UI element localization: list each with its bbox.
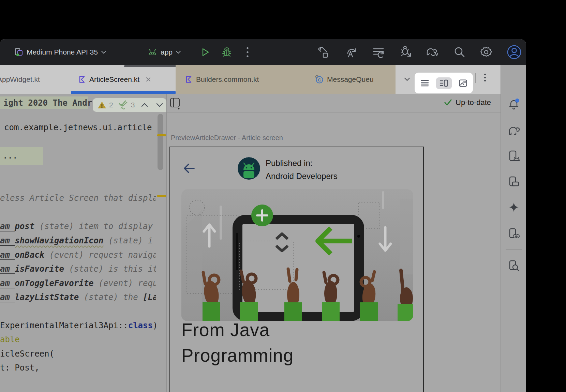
code-line: am onBack (event) request naviga [0,249,156,261]
active-tab-indicator [71,91,176,94]
warning-stripe-mark[interactable] [157,134,166,136]
build-button[interactable] [316,39,329,65]
warning-count: 2 [109,101,113,109]
search-everywhere-button[interactable] [453,39,466,65]
layout-switch-button[interactable] [170,97,181,110]
code-line: am showNavigationIcon (state) i [0,235,153,246]
tab-options-button[interactable] [484,72,486,83]
run-button[interactable] [200,39,210,65]
android-head-icon [147,48,158,56]
more-actions-button[interactable] [246,39,249,65]
attach-debugger-icon [400,45,413,59]
prev-icon[interactable] [141,103,148,107]
stripe-divider [506,249,522,250]
back-button[interactable] [182,162,196,175]
code-line: ight 2020 The Andr [3,97,92,109]
gemini-button[interactable] [508,202,519,213]
editor-tab-bar: AppWidget.kt ArticleScreen.kt Builders.c… [0,65,501,94]
device-manager-button[interactable] [508,150,520,162]
apply-code-changes-button[interactable] [372,39,385,65]
tab-messagequeue[interactable]: C MessageQueu [315,65,374,94]
running-devices-button[interactable] [508,176,520,188]
code-line: com.example.jetnews.ui.article [4,122,152,133]
code-line: am lazyListState (state) the [La [0,291,156,303]
preview-name-label[interactable]: PreviewArticleDrawer - Article screen [171,134,283,142]
library-tabs-region: Builders.common.kt C MessageQueu [176,65,396,94]
code-line: t: Post, [0,362,40,374]
settings-icon [479,45,493,59]
tab-articlescreen[interactable]: ArticleScreen.kt [78,65,151,94]
settings-button[interactable] [479,39,493,65]
gradle-icon [507,124,520,136]
chevron-down-icon [101,50,106,54]
device-phone-icon [14,47,24,57]
android-robot-avatar [238,157,260,180]
chevron-down-icon [404,77,411,81]
tab-appwidget[interactable]: AppWidget.kt [0,65,40,94]
code-view-button[interactable] [417,77,432,89]
run-icon [200,47,210,57]
apply-changes-button[interactable] [344,39,358,65]
app-quality-insights-button[interactable] [508,260,520,272]
code-lines: ight 2020 The Andrcom.example.jetnews.ui… [0,94,156,392]
warning-stripe-mark[interactable] [157,195,166,197]
code-line: icleScreen( [0,348,54,360]
hidden-tabs-dropdown[interactable] [404,65,411,94]
attach-debugger-button[interactable] [400,39,413,65]
apply-changes-icon [344,45,358,59]
tab-builders-common[interactable]: Builders.common.kt [185,65,259,94]
device-selector-label: Medium Phone API 35 [27,48,98,56]
run-configuration[interactable]: app [147,39,181,65]
device-explorer-icon [508,228,520,240]
inspection-widget[interactable]: 2 3 [93,98,166,112]
publisher-avatar [238,157,260,180]
debug-button[interactable] [222,39,232,65]
preview-render-card[interactable]: Published in: Android Developers [169,147,424,392]
compose-preview-pane: Up-to-date PreviewArticleDrawer - Articl… [167,94,501,392]
code-editor[interactable]: ight 2020 The Andrcom.example.jetnews.ui… [0,94,166,392]
code-line: eless Article Screen that displa [0,192,156,204]
code-line: able [0,334,20,345]
split-view-button-selected[interactable] [436,77,452,89]
screenshot-stage: Medium Phone API 35 app [0,0,566,392]
preview-status: Up-to-date [444,98,491,107]
profile-avatar[interactable] [507,39,522,65]
svg-text:C: C [318,77,321,82]
check-icon [444,99,452,106]
close-icon[interactable] [146,77,151,82]
gradle-sync-icon [425,45,440,59]
code-view-icon [421,79,429,87]
editor-scrollbar[interactable] [158,114,163,170]
debug-icon [222,47,232,57]
more-actions-icon [246,46,249,58]
device-selector[interactable]: Medium Phone API 35 [14,39,106,65]
device-explorer-button[interactable] [508,228,520,240]
warning-icon [98,101,106,109]
code-line: ExperimentalMaterial3Api::class) [0,320,156,331]
gradle-button[interactable] [507,124,520,136]
gradle-sync-button[interactable] [425,39,440,65]
checks-icon [118,100,128,110]
editor-mode-switcher [415,73,472,93]
design-view-button[interactable] [456,77,471,89]
device-manager-icon [508,150,520,162]
published-in-label: Published in: [266,157,338,170]
class-icon: C [315,75,324,84]
layout-switch-icon [170,97,181,110]
run-config-label: app [161,48,173,56]
notifications-button[interactable] [508,97,520,110]
code-line: ... [3,150,17,162]
check-count: 3 [131,101,135,109]
toolbar-divider [475,73,476,83]
profile-avatar-icon [507,45,522,60]
app-quality-insights-icon [508,260,520,272]
main-toolbar: Medium Phone API 35 app [0,39,526,65]
chevron-down-icon [176,50,181,54]
next-icon[interactable] [156,103,163,107]
publisher-name: Android Developers [266,170,338,183]
back-arrow-icon [182,162,196,175]
preview-toolbar: Up-to-date [167,94,501,112]
code-line: am post (state) item to display [0,221,153,232]
notifications-icon [508,97,520,110]
published-in-block: Published in: Android Developers [266,157,338,183]
